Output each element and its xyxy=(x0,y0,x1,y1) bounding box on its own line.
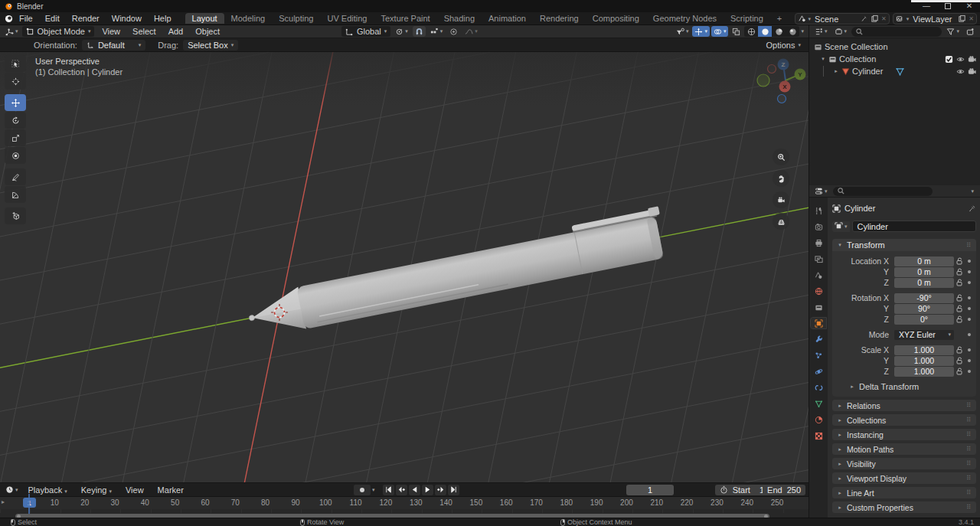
tool-annotate[interactable] xyxy=(5,168,26,185)
orientation-dropdown[interactable]: Default ▾ xyxy=(82,40,145,51)
rotation-mode-dropdown[interactable]: XYZ Euler▾ xyxy=(894,330,954,340)
menu-item[interactable]: Help xyxy=(148,14,178,23)
lock-icon[interactable] xyxy=(954,357,965,364)
proportional-editing-toggle[interactable] xyxy=(447,26,460,37)
show-object-types-selector[interactable]: ▾ xyxy=(674,26,691,37)
tool-rotate[interactable] xyxy=(5,112,26,129)
value-field[interactable]: 90° xyxy=(894,304,954,314)
timeline-ruler[interactable]: 1020304050607080901001101201301401501601… xyxy=(0,497,808,509)
tab-constraints[interactable] xyxy=(811,382,826,393)
expand-icon[interactable]: ▾ xyxy=(820,56,826,62)
outliner-row-scene-collection[interactable]: Scene Collection xyxy=(809,41,980,53)
shading-wireframe-button[interactable] xyxy=(744,26,758,37)
tab-modifiers[interactable] xyxy=(811,334,826,345)
animate-dot[interactable] xyxy=(965,370,973,373)
viewport-menu-item[interactable]: Add xyxy=(162,27,190,36)
outliner-row-cylinder[interactable]: ▸ Cylinder xyxy=(809,65,980,77)
animate-dot[interactable] xyxy=(965,260,973,263)
shading-solid-button[interactable] xyxy=(758,26,772,37)
collapsed-section[interactable]: ▸ Viewport Display ⠿ xyxy=(832,472,976,484)
tool-select-box[interactable] xyxy=(5,55,26,72)
workspace-tab[interactable]: Layout xyxy=(185,13,224,24)
playback-menu[interactable]: Playback ▾ xyxy=(22,485,74,495)
animate-dot[interactable] xyxy=(965,318,973,321)
animate-dot[interactable] xyxy=(965,270,973,273)
drag-dropdown[interactable]: Select Box ▾ xyxy=(183,40,238,51)
auto-keying-button[interactable] xyxy=(354,485,371,495)
animate-dot[interactable] xyxy=(965,307,973,310)
workspace-tab[interactable]: Compositing xyxy=(586,13,646,24)
gizmo-axis-neg-x[interactable] xyxy=(768,65,776,74)
disable-render-camera-icon[interactable] xyxy=(968,55,976,64)
play-reverse-button[interactable] xyxy=(409,485,420,495)
timeline-track-area[interactable] xyxy=(0,509,808,513)
lock-icon[interactable] xyxy=(954,257,965,265)
outliner-filter-button[interactable]: ▾ xyxy=(944,26,962,37)
shading-material-button[interactable] xyxy=(772,26,786,37)
jump-to-end-button[interactable] xyxy=(448,485,459,495)
shading-rendered-button[interactable] xyxy=(786,26,799,37)
outliner-collection-filter[interactable]: ▾ xyxy=(832,26,850,37)
tab-view-layer[interactable] xyxy=(811,253,826,264)
animate-dot[interactable] xyxy=(965,348,973,351)
orthographic-toggle-button[interactable] xyxy=(773,213,789,230)
snap-target-selector[interactable]: ▾ xyxy=(428,26,446,37)
collapsed-section[interactable]: ▸ Visibility ⠿ xyxy=(832,458,976,469)
workspace-tab[interactable]: + xyxy=(770,13,789,24)
tab-object-data[interactable] xyxy=(811,398,826,409)
menu-item[interactable]: Window xyxy=(106,14,148,23)
menu-item[interactable]: Edit xyxy=(39,14,66,23)
collapsed-section[interactable]: ▸ Line Art ⠿ xyxy=(832,487,976,498)
outliner-row-collection[interactable]: ▾ Collection xyxy=(809,53,980,65)
lock-icon[interactable] xyxy=(954,279,965,286)
breadcrumb-object[interactable]: Cylinder xyxy=(844,204,875,213)
gizmo-axis-neg-y[interactable] xyxy=(757,74,769,87)
options-dropdown[interactable]: Options ▾ xyxy=(766,41,801,50)
new-collection-button[interactable] xyxy=(964,26,977,37)
tab-object[interactable] xyxy=(811,318,826,328)
tool-cursor[interactable] xyxy=(5,73,26,90)
current-frame-field[interactable]: 1 xyxy=(626,485,674,495)
tab-output[interactable] xyxy=(811,237,826,248)
transform-orientation-selector[interactable]: Global ▾ xyxy=(341,26,390,37)
viewport-menu-item[interactable]: Select xyxy=(126,27,162,36)
workspace-tab[interactable]: Animation xyxy=(482,13,533,24)
tab-material[interactable] xyxy=(811,414,826,425)
delta-transform-subpanel[interactable]: ▸ Delta Transform xyxy=(832,381,976,392)
tool-scale[interactable] xyxy=(5,129,26,146)
view-layer-selector[interactable]: ▾ ViewLayer ✕ xyxy=(893,13,977,25)
play-button[interactable] xyxy=(422,485,433,495)
workspace-tab[interactable]: Geometry Nodes xyxy=(646,13,724,24)
frame-range-start[interactable]: Start 1 xyxy=(715,485,769,495)
collapsed-section[interactable]: ▸ Relations ⠿ xyxy=(832,400,976,411)
gizmo-axis-neg-z[interactable] xyxy=(778,95,786,103)
animate-dot[interactable] xyxy=(965,281,973,284)
lock-icon[interactable] xyxy=(954,315,965,323)
shading-dropdown-icon[interactable]: ▾ xyxy=(801,28,804,34)
view-menu[interactable]: View xyxy=(119,485,150,495)
frame-range-end[interactable]: End 250 xyxy=(763,485,805,495)
tool-transform[interactable] xyxy=(5,147,26,164)
camera-view-button[interactable] xyxy=(773,191,789,208)
editor-type-selector[interactable]: ▾ xyxy=(3,26,21,37)
value-field[interactable]: 1.000 xyxy=(894,367,954,377)
workspace-tab[interactable]: Sculpting xyxy=(272,13,320,24)
new-layer-icon[interactable] xyxy=(958,15,966,23)
animate-dot[interactable] xyxy=(965,296,973,299)
zoom-button[interactable] xyxy=(773,149,789,165)
tool-add-cube[interactable] xyxy=(5,207,26,224)
delete-scene-icon[interactable]: ✕ xyxy=(881,15,887,22)
tab-texture[interactable] xyxy=(811,430,826,441)
lock-icon[interactable] xyxy=(954,294,965,302)
gizmos-toggle[interactable]: ▾ xyxy=(692,26,710,37)
collapsed-section[interactable]: ▸ Instancing ⠿ xyxy=(832,429,976,440)
snap-toggle[interactable] xyxy=(413,26,426,37)
remove-layer-icon[interactable]: ✕ xyxy=(969,15,974,22)
prev-keyframe-button[interactable] xyxy=(396,485,407,495)
transform-panel-header[interactable]: ▾ Transform ⠿ xyxy=(832,239,976,251)
object-name-input[interactable]: Cylinder xyxy=(852,221,976,232)
tab-render[interactable] xyxy=(811,221,826,232)
menu-item[interactable]: File xyxy=(13,14,39,23)
tab-physics[interactable] xyxy=(811,366,826,377)
lock-icon[interactable] xyxy=(954,346,965,354)
